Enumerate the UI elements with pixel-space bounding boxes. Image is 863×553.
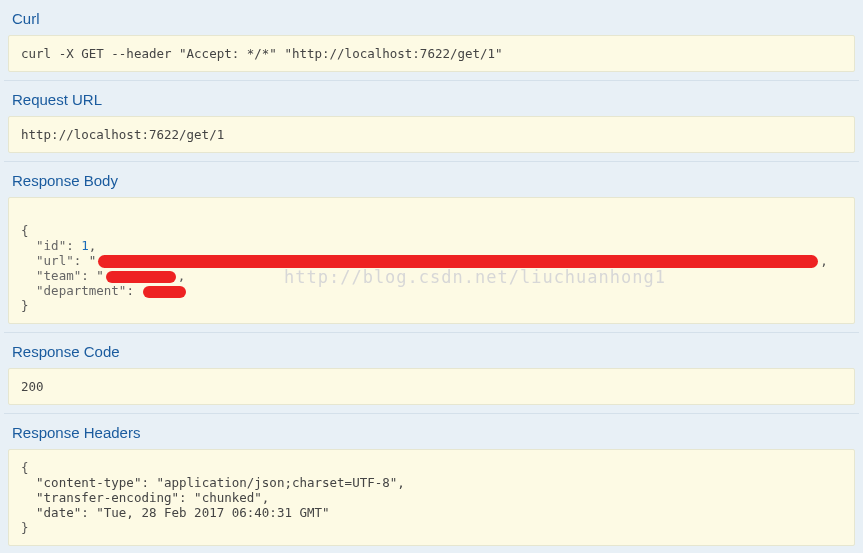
header-content-type: "content-type": "application/json;charse… bbox=[36, 475, 405, 490]
response-code-heading: Response Code bbox=[4, 333, 859, 368]
curl-code-block[interactable]: curl -X GET --header "Accept: */*" "http… bbox=[8, 35, 855, 72]
response-id-value: 1 bbox=[81, 238, 89, 253]
redacted-team bbox=[106, 271, 176, 283]
response-headers-heading: Response Headers bbox=[4, 414, 859, 449]
header-date: "date": "Tue, 28 Feb 2017 06:40:31 GMT" bbox=[36, 505, 330, 520]
request-url-code-block[interactable]: http://localhost:7622/get/1 bbox=[8, 116, 855, 153]
header-transfer-encoding: "transfer-encoding": "chunked", bbox=[36, 490, 269, 505]
response-headers-code-block[interactable]: { "content-type": "application/json;char… bbox=[8, 449, 855, 546]
curl-heading: Curl bbox=[4, 0, 859, 35]
response-body-code-block[interactable]: { "id": 1, "url": ", "team": ", "departm… bbox=[8, 197, 855, 324]
request-url-heading: Request URL bbox=[4, 81, 859, 116]
response-body-heading: Response Body bbox=[4, 162, 859, 197]
redacted-department bbox=[143, 286, 186, 298]
redacted-url bbox=[98, 255, 818, 268]
response-code-block[interactable]: 200 bbox=[8, 368, 855, 405]
